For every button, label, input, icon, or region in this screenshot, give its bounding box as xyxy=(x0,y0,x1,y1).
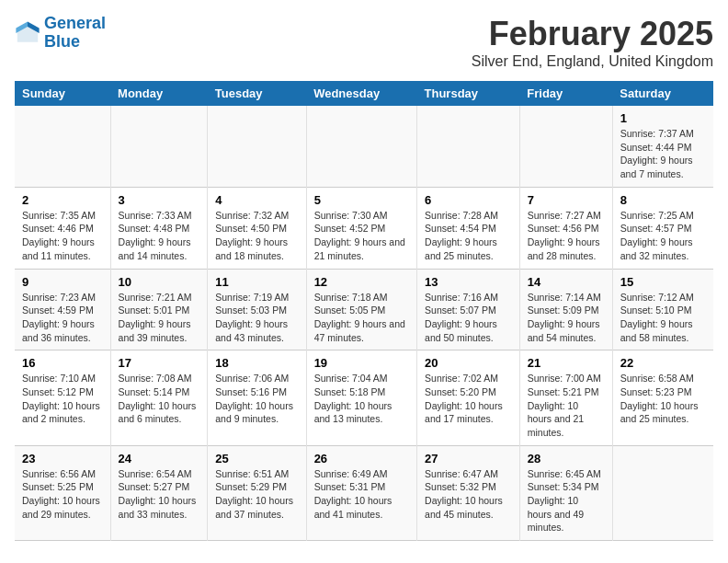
calendar-cell: 23Sunrise: 6:56 AM Sunset: 5:25 PM Dayli… xyxy=(15,445,110,540)
day-number: 18 xyxy=(215,356,298,370)
day-number: 13 xyxy=(425,275,512,289)
day-info: Sunrise: 7:19 AM Sunset: 5:03 PM Dayligh… xyxy=(215,291,298,345)
day-header-saturday: Saturday xyxy=(612,81,713,106)
calendar-cell: 12Sunrise: 7:18 AM Sunset: 5:05 PM Dayli… xyxy=(306,269,416,350)
calendar-cell xyxy=(15,106,110,187)
week-row-3: 9Sunrise: 7:23 AM Sunset: 4:59 PM Daylig… xyxy=(15,269,713,350)
week-row-1: 1Sunrise: 7:37 AM Sunset: 4:44 PM Daylig… xyxy=(15,106,713,187)
day-info: Sunrise: 7:00 AM Sunset: 5:21 PM Dayligh… xyxy=(528,372,605,439)
day-number: 7 xyxy=(528,193,605,207)
day-info: Sunrise: 7:27 AM Sunset: 4:56 PM Dayligh… xyxy=(528,209,605,263)
day-info: Sunrise: 7:18 AM Sunset: 5:05 PM Dayligh… xyxy=(314,291,409,345)
day-number: 2 xyxy=(22,193,103,207)
logo-text: General Blue xyxy=(44,15,106,52)
calendar-cell: 24Sunrise: 6:54 AM Sunset: 5:27 PM Dayli… xyxy=(110,445,208,540)
day-number: 9 xyxy=(22,275,103,289)
day-info: Sunrise: 7:12 AM Sunset: 5:10 PM Dayligh… xyxy=(620,291,706,345)
day-info: Sunrise: 7:16 AM Sunset: 5:07 PM Dayligh… xyxy=(425,291,512,345)
logo-icon xyxy=(15,20,40,46)
day-header-sunday: Sunday xyxy=(15,81,110,106)
main-title: February 2025 xyxy=(472,15,713,53)
day-info: Sunrise: 6:54 AM Sunset: 5:27 PM Dayligh… xyxy=(119,467,200,522)
day-info: Sunrise: 6:47 AM Sunset: 5:32 PM Dayligh… xyxy=(425,467,512,522)
calendar-cell: 5Sunrise: 7:30 AM Sunset: 4:52 PM Daylig… xyxy=(306,187,416,269)
calendar-table: SundayMondayTuesdayWednesdayThursdayFrid… xyxy=(15,81,713,541)
calendar-cell: 27Sunrise: 6:47 AM Sunset: 5:32 PM Dayli… xyxy=(417,445,520,540)
day-number: 4 xyxy=(215,193,298,207)
calendar-cell: 9Sunrise: 7:23 AM Sunset: 4:59 PM Daylig… xyxy=(15,269,110,350)
calendar-cell: 19Sunrise: 7:04 AM Sunset: 5:18 PM Dayli… xyxy=(306,350,416,445)
day-info: Sunrise: 7:30 AM Sunset: 4:52 PM Dayligh… xyxy=(314,209,409,263)
day-header-friday: Friday xyxy=(519,81,612,106)
calendar-cell: 20Sunrise: 7:02 AM Sunset: 5:20 PM Dayli… xyxy=(417,350,520,445)
day-header-monday: Monday xyxy=(110,81,208,106)
calendar-cell: 11Sunrise: 7:19 AM Sunset: 5:03 PM Dayli… xyxy=(208,269,306,350)
day-info: Sunrise: 7:33 AM Sunset: 4:48 PM Dayligh… xyxy=(119,209,200,263)
day-info: Sunrise: 7:04 AM Sunset: 5:18 PM Dayligh… xyxy=(314,372,409,426)
header-row: SundayMondayTuesdayWednesdayThursdayFrid… xyxy=(15,81,713,106)
day-number: 22 xyxy=(620,356,706,370)
day-number: 27 xyxy=(425,452,512,465)
calendar-cell: 26Sunrise: 6:49 AM Sunset: 5:31 PM Dayli… xyxy=(306,445,416,540)
day-info: Sunrise: 6:45 AM Sunset: 5:34 PM Dayligh… xyxy=(528,467,605,534)
day-header-thursday: Thursday xyxy=(417,81,520,106)
calendar-cell xyxy=(208,106,306,187)
calendar-cell: 25Sunrise: 6:51 AM Sunset: 5:29 PM Dayli… xyxy=(208,445,306,540)
day-info: Sunrise: 7:37 AM Sunset: 4:44 PM Dayligh… xyxy=(620,127,706,181)
calendar-cell: 4Sunrise: 7:32 AM Sunset: 4:50 PM Daylig… xyxy=(208,187,306,269)
day-number: 14 xyxy=(528,275,605,289)
day-info: Sunrise: 7:35 AM Sunset: 4:46 PM Dayligh… xyxy=(22,209,103,263)
calendar-cell xyxy=(306,106,416,187)
calendar-cell xyxy=(417,106,520,187)
calendar-cell: 2Sunrise: 7:35 AM Sunset: 4:46 PM Daylig… xyxy=(15,187,110,269)
day-number: 10 xyxy=(119,275,200,289)
day-number: 26 xyxy=(314,452,409,465)
calendar-cell: 3Sunrise: 7:33 AM Sunset: 4:48 PM Daylig… xyxy=(110,187,208,269)
day-number: 15 xyxy=(620,275,706,289)
week-row-5: 23Sunrise: 6:56 AM Sunset: 5:25 PM Dayli… xyxy=(15,445,713,540)
day-info: Sunrise: 7:08 AM Sunset: 5:14 PM Dayligh… xyxy=(119,372,200,426)
day-number: 12 xyxy=(314,275,409,289)
day-number: 5 xyxy=(314,193,409,207)
calendar-cell: 28Sunrise: 6:45 AM Sunset: 5:34 PM Dayli… xyxy=(519,445,612,540)
calendar-cell: 15Sunrise: 7:12 AM Sunset: 5:10 PM Dayli… xyxy=(612,269,713,350)
day-number: 17 xyxy=(119,356,200,370)
calendar-cell: 6Sunrise: 7:28 AM Sunset: 4:54 PM Daylig… xyxy=(417,187,520,269)
calendar-cell xyxy=(612,445,713,540)
day-number: 16 xyxy=(22,356,103,370)
day-info: Sunrise: 7:21 AM Sunset: 5:01 PM Dayligh… xyxy=(119,291,200,345)
logo: General Blue xyxy=(15,15,106,52)
title-block: February 2025 Silver End, England, Unite… xyxy=(472,15,713,70)
day-number: 3 xyxy=(119,193,200,207)
day-number: 28 xyxy=(528,452,605,465)
calendar-cell: 13Sunrise: 7:16 AM Sunset: 5:07 PM Dayli… xyxy=(417,269,520,350)
calendar-cell: 16Sunrise: 7:10 AM Sunset: 5:12 PM Dayli… xyxy=(15,350,110,445)
day-info: Sunrise: 7:06 AM Sunset: 5:16 PM Dayligh… xyxy=(215,372,298,426)
day-number: 11 xyxy=(215,275,298,289)
day-info: Sunrise: 7:32 AM Sunset: 4:50 PM Dayligh… xyxy=(215,209,298,263)
calendar-cell: 10Sunrise: 7:21 AM Sunset: 5:01 PM Dayli… xyxy=(110,269,208,350)
day-info: Sunrise: 7:28 AM Sunset: 4:54 PM Dayligh… xyxy=(425,209,512,263)
day-number: 21 xyxy=(528,356,605,370)
day-number: 25 xyxy=(215,452,298,465)
calendar-cell: 18Sunrise: 7:06 AM Sunset: 5:16 PM Dayli… xyxy=(208,350,306,445)
calendar-cell: 17Sunrise: 7:08 AM Sunset: 5:14 PM Dayli… xyxy=(110,350,208,445)
calendar-cell: 7Sunrise: 7:27 AM Sunset: 4:56 PM Daylig… xyxy=(519,187,612,269)
day-number: 19 xyxy=(314,356,409,370)
week-row-2: 2Sunrise: 7:35 AM Sunset: 4:46 PM Daylig… xyxy=(15,187,713,269)
day-number: 20 xyxy=(425,356,512,370)
day-number: 6 xyxy=(425,193,512,207)
day-number: 8 xyxy=(620,193,706,207)
day-info: Sunrise: 7:23 AM Sunset: 4:59 PM Dayligh… xyxy=(22,291,103,345)
subtitle: Silver End, England, United Kingdom xyxy=(472,53,713,70)
week-row-4: 16Sunrise: 7:10 AM Sunset: 5:12 PM Dayli… xyxy=(15,350,713,445)
day-info: Sunrise: 7:02 AM Sunset: 5:20 PM Dayligh… xyxy=(425,372,512,426)
calendar-cell: 8Sunrise: 7:25 AM Sunset: 4:57 PM Daylig… xyxy=(612,187,713,269)
calendar-cell xyxy=(110,106,208,187)
calendar-cell xyxy=(519,106,612,187)
day-number: 24 xyxy=(119,452,200,465)
day-info: Sunrise: 6:51 AM Sunset: 5:29 PM Dayligh… xyxy=(215,467,298,522)
day-info: Sunrise: 6:49 AM Sunset: 5:31 PM Dayligh… xyxy=(314,467,409,522)
calendar-cell: 21Sunrise: 7:00 AM Sunset: 5:21 PM Dayli… xyxy=(519,350,612,445)
calendar-cell: 14Sunrise: 7:14 AM Sunset: 5:09 PM Dayli… xyxy=(519,269,612,350)
